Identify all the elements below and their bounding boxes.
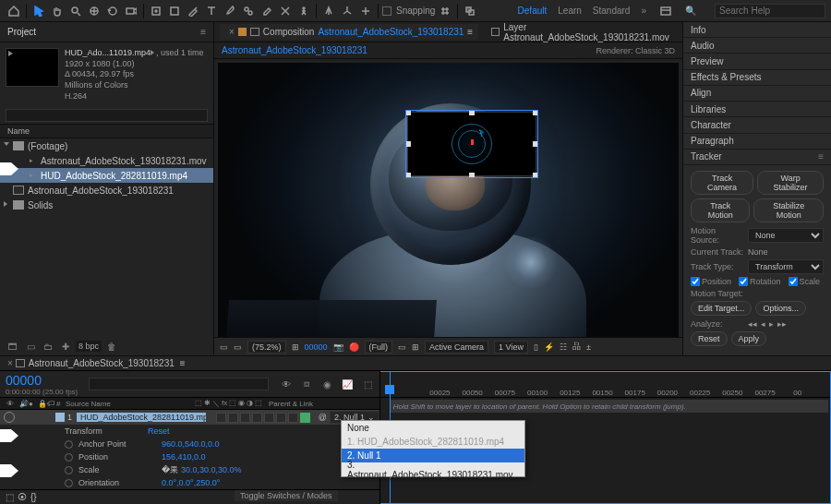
panel-info[interactable]: Info [683, 22, 831, 38]
workspace-reset-icon[interactable] [657, 3, 674, 19]
stabilize-motion-button[interactable]: Stabilize Motion [753, 198, 824, 222]
analyze-fwd-icon[interactable]: ▸▸ [777, 319, 787, 329]
orbit-tool[interactable] [86, 3, 102, 19]
panel-libraries[interactable]: Libraries [683, 102, 831, 117]
composition-viewer[interactable]: Active Camera [214, 59, 682, 355]
position-value[interactable]: 156,410,0.0 [162, 452, 206, 462]
resolution-icon[interactable]: ⊞ [292, 342, 299, 352]
stopwatch-anchor[interactable] [65, 440, 73, 449]
exposure-icon[interactable]: ± [586, 342, 591, 352]
layer-hud[interactable]: 1 HUD_AdobeStock_282811019.mp4 @ 2. Null… [0, 410, 379, 425]
label-color[interactable] [55, 413, 65, 422]
panel-menu-icon[interactable]: ≡ [200, 27, 206, 37]
search-help-input[interactable] [715, 4, 825, 18]
time-display[interactable]: 00000 [305, 342, 328, 352]
view-select[interactable]: 1 View [494, 341, 528, 354]
panel-align[interactable]: Align [683, 86, 831, 102]
selection-tool[interactable] [30, 3, 47, 19]
roi-icon[interactable]: ▭ [398, 342, 406, 352]
brush-tool[interactable] [222, 3, 238, 19]
scale-value[interactable]: 30.0,30.0,30.0% [181, 465, 242, 474]
panel-tracker[interactable]: Tracker≡ [683, 150, 831, 165]
folder-solids[interactable]: Solids [0, 198, 213, 212]
timeline-comp-name[interactable]: Astronaut_AdobeStock_193018231 [29, 358, 175, 368]
eraser-tool[interactable] [259, 3, 275, 19]
frame-blend-switch[interactable] [264, 413, 274, 423]
workspace-learn[interactable]: Learn [558, 6, 582, 16]
current-time[interactable]: 00000 [6, 373, 78, 388]
resolution-select[interactable]: (Full) [365, 341, 393, 354]
draft-3d-icon[interactable]: ⬚ [361, 378, 374, 390]
clone-tool[interactable] [240, 3, 257, 19]
hud-layer[interactable] [407, 112, 536, 176]
shy-icon[interactable]: 👁 [280, 378, 293, 390]
toggle-modes-icon[interactable]: ⦿ [18, 492, 27, 502]
pixel-aspect-icon[interactable]: ▯ [534, 342, 538, 352]
motion-blur-icon[interactable]: ◉ [320, 378, 333, 390]
track-type-select[interactable]: Transform [748, 259, 824, 274]
bpc-display[interactable]: 8 bpc [76, 341, 102, 352]
timeline-search-input[interactable] [89, 378, 269, 390]
puppet-tool[interactable] [295, 3, 312, 19]
warp-stabilizer-button[interactable]: Warp Stabilizer [757, 171, 824, 195]
fx-switch[interactable] [252, 413, 262, 423]
dropdown-item-none[interactable]: None [342, 421, 524, 435]
rotation-tool[interactable] [104, 3, 121, 19]
stopwatch-scale[interactable] [65, 466, 73, 474]
snap-options-icon[interactable] [437, 3, 453, 19]
graph-editor-icon[interactable]: 📈 [341, 378, 354, 390]
renderer-select[interactable]: Classic 3D [635, 46, 675, 55]
panel-effects[interactable]: Effects & Presets [683, 70, 831, 86]
comp-flowchart-icon[interactable]: 品 [572, 341, 581, 353]
snapping-checkbox[interactable] [382, 6, 391, 16]
project-search-input[interactable] [6, 109, 208, 122]
shape-tool[interactable] [166, 3, 183, 19]
apply-button[interactable]: Apply [731, 331, 767, 346]
new-folder-icon[interactable]: 🗀 [41, 339, 55, 354]
interpret-footage-icon[interactable]: 🗔 [6, 339, 20, 354]
adjustment-switch[interactable] [288, 413, 298, 423]
motion-blur-switch[interactable] [276, 413, 286, 423]
axis-view-icon[interactable] [357, 3, 374, 19]
pickwhip-icon[interactable]: @ [319, 413, 327, 422]
toggle-switches-modes[interactable]: Toggle Switches / Modes [235, 490, 338, 501]
snapshot-icon[interactable]: 📷 [333, 342, 343, 352]
time-ruler[interactable]: 0002500050000750010000125001500017500200… [380, 372, 830, 398]
analyze-step-back-icon[interactable]: ◂ [761, 319, 765, 329]
axis-world-icon[interactable] [339, 3, 355, 19]
new-adjustment-icon[interactable]: ✚ [58, 339, 73, 354]
stopwatch-position[interactable] [65, 453, 73, 462]
workspace-default[interactable]: Default [518, 6, 548, 16]
workspace-more[interactable]: » [641, 6, 646, 16]
folder-footage[interactable]: (Footage) [0, 138, 213, 153]
fast-preview-icon[interactable]: ⚡ [544, 342, 554, 352]
panel-character[interactable]: Character [683, 117, 831, 133]
axis-local-icon[interactable] [320, 3, 337, 19]
comp-astronaut[interactable]: Astronaut_AdobeStock_193018231 [0, 183, 213, 198]
position-checkbox[interactable] [691, 277, 700, 286]
pen-tool[interactable] [185, 3, 201, 19]
reset-button[interactable]: Reset [691, 331, 728, 346]
analyze-step-fwd-icon[interactable]: ▸ [769, 319, 774, 329]
motion-source-select[interactable]: None [748, 228, 824, 243]
workspace-standard[interactable]: Standard [593, 6, 631, 16]
text-tool[interactable] [203, 3, 220, 19]
fill-stroke-icon[interactable] [462, 3, 478, 19]
visibility-toggle[interactable] [4, 412, 15, 423]
zoom-tool[interactable] [67, 3, 84, 19]
lock-icon[interactable] [238, 28, 247, 36]
zoom-select[interactable]: (75.2%) [247, 341, 286, 354]
grid-icon[interactable]: ⊞ [412, 342, 419, 352]
edit-target-button[interactable]: Edit Target... [691, 301, 752, 316]
analyze-back-icon[interactable]: ◂◂ [748, 319, 757, 329]
new-comp-icon[interactable]: ▭ [23, 339, 38, 354]
composition-tab[interactable]: × Composition Astronaut_AdobeStock_19301… [220, 24, 478, 40]
track-motion-button[interactable]: Track Motion [691, 198, 750, 222]
footage-astronaut-mov[interactable]: Astronaut_AdobeStock_193018231.mov [0, 153, 213, 168]
rotation-checkbox[interactable] [739, 277, 748, 286]
roto-tool[interactable] [277, 3, 294, 19]
project-tab[interactable]: Project [7, 27, 36, 37]
track-camera-button[interactable]: Track Camera [691, 171, 753, 195]
close-icon[interactable]: × [7, 358, 13, 368]
panel-menu-icon[interactable]: ≡ [467, 27, 473, 37]
